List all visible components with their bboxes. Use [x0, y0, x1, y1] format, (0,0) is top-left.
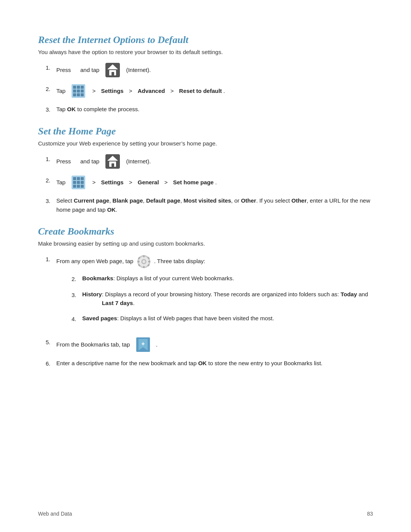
and-tap-label-2: and tap — [80, 157, 99, 166]
select-options-text: Select Current page, Blank page, Default… — [56, 196, 373, 214]
bookmark-add-icon: + — [136, 337, 150, 352]
step-bookmarks-3-content: Enter a descriptive name for the new boo… — [56, 359, 323, 368]
enter-name-text: Enter a descriptive name for the new boo… — [56, 359, 323, 368]
section-title-reset: Reset the Internet Options to Default — [38, 34, 373, 46]
settings-label-2: Settings — [101, 178, 123, 187]
steps-list-bookmarks: From any open Web page, tap — [38, 254, 373, 368]
bookmark-add-svg: + — [136, 337, 150, 352]
footer-right: 83 — [367, 511, 373, 517]
grid-icon-2 — [72, 176, 85, 189]
step-reset-3: Tap OK to complete the process. — [46, 105, 373, 114]
step-home-2: Tap — [46, 176, 373, 189]
step-bookmarks-2-content: From the Bookmarks tab, tap + . — [56, 337, 158, 352]
step-bookmarks-1-inner: From any open Web page, tap — [56, 254, 373, 269]
svg-rect-1 — [143, 266, 145, 268]
tap-label-2: Tap — [56, 178, 65, 187]
press-label-2: Press — [56, 157, 71, 166]
step-home-3-content: Select Current page, Blank page, Default… — [56, 196, 373, 214]
step-bookmarks-2: From the Bookmarks tab, tap + . — [46, 337, 373, 352]
bookmarks-tab-text: : Displays a list of your current Web bo… — [113, 274, 234, 283]
step-bookmarks-1-content: From any open Web page, tap — [56, 254, 373, 331]
home-door-1 — [112, 72, 114, 75]
internet-label-2: (Internet). — [126, 157, 151, 166]
history-tab-item: History: Displays a record of your brows… — [72, 290, 373, 307]
tabs-sublist: Bookmarks: Displays a list of your curre… — [56, 274, 373, 324]
step-reset-1: Press and tap (Internet). — [46, 63, 373, 77]
section-set-home: Set the Home Page Customize your Web exp… — [38, 126, 373, 214]
advanced-label-1: Advanced — [138, 86, 165, 96]
bookmarks-tab-item: Bookmarks: Displays a list of your curre… — [72, 274, 373, 284]
grid-dots-2 — [73, 177, 84, 188]
step-home-2-content: Tap — [56, 176, 217, 189]
saved-pages-tab-label: Saved pages — [82, 314, 117, 323]
step-reset-2-content: Tap — [56, 84, 225, 98]
general-label: General — [138, 178, 159, 187]
history-tab-label: History — [82, 290, 102, 299]
section-subtitle-home: Customize your Web experience by setting… — [38, 140, 373, 147]
gear-svg — [137, 254, 151, 269]
saved-pages-tab-text: : Displays a list of Web pages that have… — [117, 314, 274, 323]
page-content: Reset the Internet Options to Default Yo… — [0, 0, 411, 406]
section-title-bookmarks: Create Bookmarks — [38, 226, 373, 237]
and-tap-label-1: and tap — [80, 66, 99, 75]
saved-pages-tab-item: Saved pages: Displays a list of Web page… — [72, 314, 373, 324]
section-subtitle-reset: You always have the option to restore yo… — [38, 49, 373, 55]
period-after-bookmark: . — [156, 340, 158, 349]
grid-dots-1 — [73, 86, 84, 96]
step-reset-3-content: Tap OK to complete the process. — [56, 105, 139, 114]
steps-list-home: Press and tap (Internet). Tap — [38, 154, 373, 214]
home-icon-1 — [105, 63, 120, 77]
step-home-1-content: Press and tap (Internet). — [56, 154, 151, 169]
reset-default-label: Reset to default — [179, 86, 222, 96]
press-label-1: Press — [56, 66, 71, 75]
step-bookmarks-1: From any open Web page, tap — [46, 254, 373, 331]
step-home-3: Select Current page, Blank page, Default… — [46, 196, 373, 214]
step-reset-2: Tap — [46, 84, 373, 98]
step-bookmarks-3: Enter a descriptive name for the new boo… — [46, 359, 373, 368]
tap-label-1: Tap — [56, 86, 65, 96]
svg-text:+: + — [141, 340, 145, 347]
section-subtitle-bookmarks: Make browsing easier by setting up and u… — [38, 240, 373, 247]
section-reset-internet: Reset the Internet Options to Default Yo… — [38, 34, 373, 114]
history-tab-text: : Displays a record of your browsing his… — [102, 290, 373, 307]
section-create-bookmarks: Create Bookmarks Make browsing easier by… — [38, 226, 373, 368]
section-title-home: Set the Home Page — [38, 126, 373, 137]
steps-list-reset: Press and tap (Internet). Tap — [38, 63, 373, 114]
gear-center — [142, 260, 145, 263]
home-icon-2 — [105, 154, 120, 169]
bookmarks-tab-label: Bookmarks — [82, 274, 113, 283]
svg-rect-2 — [137, 261, 139, 262]
tap-ok-label: Tap OK to complete the process. — [56, 105, 139, 114]
footer-left: Web and Data — [38, 511, 72, 517]
step-home-1: Press and tap (Internet). — [46, 154, 373, 169]
set-home-page-label: Set home page — [173, 178, 214, 187]
from-any-page-label: From any open Web page, tap — [56, 257, 133, 266]
grid-icon-1 — [72, 84, 85, 98]
from-bookmarks-tab-label: From the Bookmarks tab, tap — [56, 340, 130, 349]
page-footer: Web and Data 83 — [38, 511, 373, 517]
settings-label-1: Settings — [101, 86, 123, 96]
home-door-2 — [112, 163, 114, 167]
svg-rect-0 — [143, 255, 145, 257]
step-reset-1-content: Press and tap (Internet). — [56, 63, 151, 77]
svg-rect-3 — [148, 261, 150, 262]
three-tabs-label: . Three tabs display: — [154, 257, 206, 266]
gear-icon — [137, 254, 151, 269]
internet-label-1: (Internet). — [126, 66, 151, 75]
